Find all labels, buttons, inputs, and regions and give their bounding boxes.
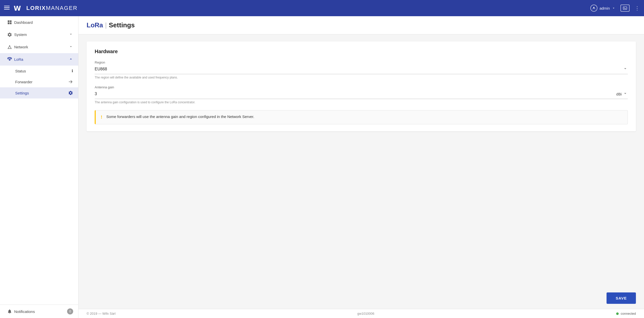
terminal-icon xyxy=(623,7,627,10)
svg-line-11 xyxy=(10,46,11,48)
status-label: Status xyxy=(15,69,26,73)
region-label: Region xyxy=(95,61,628,64)
region-dropdown-icon[interactable] xyxy=(623,66,628,72)
logo-text: LORIXMANAGER xyxy=(26,5,77,11)
gear-icon xyxy=(5,32,14,37)
sidebar-item-dashboard[interactable]: Dashboard xyxy=(0,16,78,28)
svg-rect-2 xyxy=(4,9,10,9)
svg-point-4 xyxy=(593,7,595,8)
connected-label: connected xyxy=(621,312,636,315)
admin-label: admin xyxy=(599,6,610,10)
footer-copyright: © 2019 — Wifx Sàrl xyxy=(87,312,115,315)
save-button[interactable]: SAVE xyxy=(607,292,636,304)
svg-line-10 xyxy=(8,46,10,48)
warning-box: ! Some forwarders will use the antenna g… xyxy=(95,110,628,124)
admin-button[interactable]: admin xyxy=(590,5,615,12)
bell-icon xyxy=(5,309,14,314)
svg-rect-1 xyxy=(4,7,10,8)
antenna-gain-field: Antenna gain 3 dBi The antenna gain conf… xyxy=(95,85,628,104)
page-title-lora: LoRa xyxy=(87,21,103,29)
status-info-icon: ℹ xyxy=(72,69,73,73)
forwarder-label: Forwarder xyxy=(15,80,32,84)
svg-point-9 xyxy=(11,48,11,49)
antenna-unit-dropdown-icon[interactable] xyxy=(623,91,628,97)
footer-device-id: gw1010006 xyxy=(357,312,374,315)
save-row: SAVE xyxy=(78,288,644,309)
logo-wifx: 𝗪 xyxy=(14,4,24,12)
svg-point-7 xyxy=(9,45,10,46)
sidebar-item-lora-label: LoRa xyxy=(14,57,69,62)
sidebar-item-lora[interactable]: LoRa xyxy=(0,53,78,66)
antenna-gain-value: 3 xyxy=(95,91,616,97)
content-body: Hardware Region EU868 The region will de… xyxy=(78,34,644,288)
connected-dot-icon xyxy=(616,312,619,315)
menu-icon[interactable] xyxy=(4,5,10,12)
antenna-unit-label: dBi xyxy=(616,92,622,96)
sidebar-item-dashboard-label: Dashboard xyxy=(14,20,73,25)
lora-collapse-icon xyxy=(69,57,73,62)
page-title: LoRa|Settings xyxy=(87,21,636,29)
dashboard-icon xyxy=(5,20,14,25)
hardware-card: Hardware Region EU868 The region will de… xyxy=(87,42,636,131)
sidebar-item-forwarder[interactable]: Forwarder xyxy=(0,76,78,87)
lora-signal-icon xyxy=(5,57,14,62)
chevron-down-icon xyxy=(612,6,615,10)
sidebar-item-notifications[interactable]: Notifications 0 xyxy=(0,305,78,318)
system-expand-icon xyxy=(69,32,73,37)
network-icon xyxy=(5,45,14,50)
sidebar-item-status[interactable]: Status ℹ xyxy=(0,66,78,76)
antenna-gain-label: Antenna gain xyxy=(95,85,628,89)
warning-text: Some forwarders will use the antenna gai… xyxy=(106,114,254,119)
region-helper: The region will define the available and… xyxy=(95,76,628,79)
region-select-row[interactable]: EU868 xyxy=(95,66,628,74)
terminal-button[interactable] xyxy=(620,5,630,12)
main-layout: Dashboard System Network xyxy=(0,16,644,318)
notifications-label: Notifications xyxy=(14,309,67,314)
svg-rect-5 xyxy=(623,7,627,10)
sidebar: Dashboard System Network xyxy=(0,16,78,318)
region-value: EU868 xyxy=(95,66,623,72)
svg-point-8 xyxy=(8,48,9,49)
more-options-button[interactable]: ⋮ xyxy=(635,5,640,11)
person-icon xyxy=(590,5,597,12)
svg-rect-0 xyxy=(4,6,10,6)
sidebar-item-settings[interactable]: Settings xyxy=(0,87,78,98)
svg-text:𝗪: 𝗪 xyxy=(14,5,21,12)
sidebar-item-system-label: System xyxy=(14,32,69,37)
settings-label: Settings xyxy=(15,91,29,95)
sidebar-item-network[interactable]: Network xyxy=(0,41,78,53)
warning-icon: ! xyxy=(101,115,102,120)
content-area: LoRa|Settings Hardware Region EU868 The xyxy=(78,16,644,318)
settings-gear-icon xyxy=(68,90,73,95)
page-title-settings: Settings xyxy=(109,21,135,29)
page-footer: © 2019 — Wifx Sàrl gw1010006 connected xyxy=(78,309,644,318)
footer-connection-status: connected xyxy=(616,312,636,315)
hardware-title: Hardware xyxy=(95,49,628,54)
page-title-bar: LoRa|Settings xyxy=(78,16,644,34)
page-title-divider: | xyxy=(105,21,107,29)
network-expand-icon xyxy=(69,44,73,50)
logo: 𝗪 LORIXMANAGER xyxy=(14,4,590,12)
region-field: Region EU868 The region will define the … xyxy=(95,61,628,79)
sidebar-bottom: Notifications 0 xyxy=(0,305,78,318)
notifications-badge: 0 xyxy=(67,308,73,314)
sidebar-item-network-label: Network xyxy=(14,45,69,49)
top-header: 𝗪 LORIXMANAGER admin ⋮ xyxy=(0,0,644,16)
header-right-controls: admin ⋮ xyxy=(590,5,640,12)
forwarder-arrow-icon xyxy=(68,79,73,84)
sidebar-item-system[interactable]: System xyxy=(0,28,78,41)
antenna-gain-helper: The antenna gain configuration is used t… xyxy=(95,101,628,104)
antenna-gain-row[interactable]: 3 dBi xyxy=(95,91,628,99)
